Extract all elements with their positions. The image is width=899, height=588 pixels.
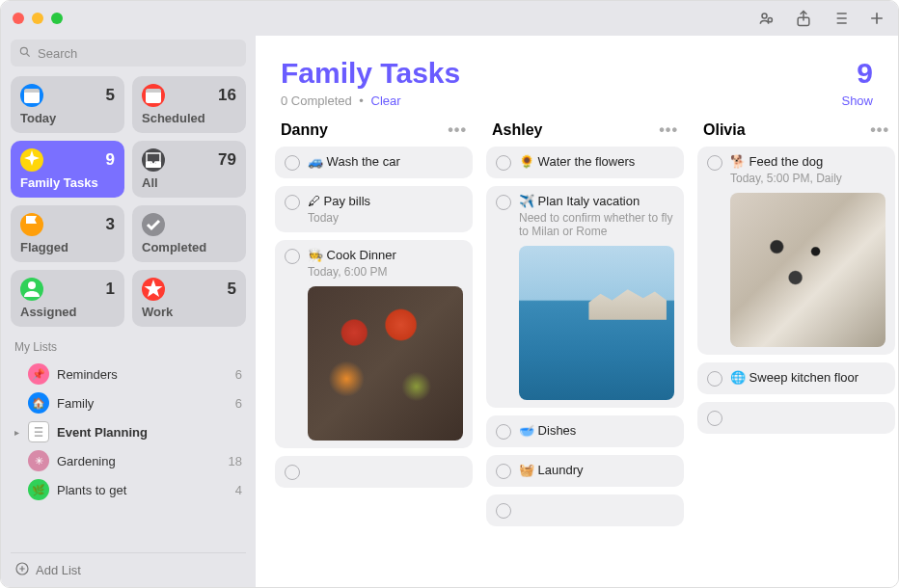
smart-list-completed[interactable]: Completed	[132, 205, 246, 262]
titlebar	[1, 1, 898, 36]
view-list-icon[interactable]	[831, 9, 850, 28]
reminder-card[interactable]: 🐕 Feed the dog Today, 5:00 PM, Daily	[697, 147, 895, 355]
search-placeholder: Search	[38, 46, 77, 61]
complete-checkbox[interactable]	[496, 464, 511, 479]
sidebar: Search 5 Today 16 Scheduled 9 Family Tas…	[1, 36, 256, 587]
clear-completed-link[interactable]: Clear	[371, 94, 401, 108]
reminder-title: 🚙 Wash the car	[308, 154, 463, 171]
complete-checkbox[interactable]	[496, 155, 511, 171]
reminder-card[interactable]: 🚙 Wash the car	[275, 147, 473, 178]
chevron-right-icon: ▸	[14, 427, 26, 438]
smart-count: 1	[106, 280, 115, 299]
reminder-card[interactable]: 🖊 Pay bills Today	[275, 186, 473, 232]
list-item[interactable]: 📌Reminders6	[11, 360, 246, 388]
smart-list-flagged[interactable]: 3 Flagged	[11, 205, 124, 262]
complete-checkbox[interactable]	[707, 411, 722, 426]
smart-list-work[interactable]: 5 Work	[132, 270, 246, 327]
smart-count: 79	[218, 150, 236, 170]
reminder-subtitle: Need to confirm whether to fly to Milan …	[519, 211, 674, 238]
reminder-title: 🧑‍🍳 Cook Dinner	[308, 248, 463, 264]
reminder-title	[519, 502, 674, 518]
add-list-button[interactable]: Add List	[11, 552, 246, 587]
search-icon	[18, 45, 32, 62]
list-icon: 📌	[28, 363, 49, 385]
content-area: Family Tasks 9 0 Completed • Clear Show …	[256, 36, 898, 587]
smart-label: Work	[142, 305, 236, 319]
smart-count: 5	[106, 86, 115, 105]
reminder-subtitle: Today, 5:00 PM, Daily	[730, 172, 885, 185]
column-name: Olivia	[703, 121, 746, 139]
reminder-card[interactable]: 🌐 Sweep kitchen floor	[697, 362, 895, 394]
star-icon	[142, 278, 165, 301]
window-controls	[13, 13, 63, 24]
complete-checkbox[interactable]	[285, 465, 300, 480]
reminder-title: 🥣 Dishes	[519, 423, 674, 440]
add-reminder-icon[interactable]	[867, 9, 886, 28]
complete-checkbox[interactable]	[285, 195, 300, 210]
smart-label: Scheduled	[142, 111, 236, 125]
column-menu-icon[interactable]: •••	[870, 121, 889, 139]
search-input[interactable]: Search	[11, 40, 246, 67]
svg-rect-7	[146, 89, 161, 93]
completed-text: 0 Completed	[281, 94, 352, 108]
complete-checkbox[interactable]	[707, 371, 722, 387]
list-item[interactable]: 🏠Family6	[11, 388, 246, 417]
empty-reminder[interactable]	[697, 402, 895, 434]
svg-point-3	[20, 47, 27, 54]
reminder-title	[730, 410, 885, 425]
attachment-image[interactable]	[519, 246, 674, 400]
column-menu-icon[interactable]: •••	[448, 121, 467, 139]
smart-count: 16	[218, 86, 236, 105]
complete-checkbox[interactable]	[285, 249, 300, 264]
person-icon	[20, 278, 43, 301]
minimize-window-button[interactable]	[32, 13, 43, 24]
page-header: Family Tasks 9	[256, 36, 898, 94]
reminder-subtitle: Today	[308, 211, 463, 225]
complete-checkbox[interactable]	[496, 503, 511, 519]
collaborate-icon[interactable]	[757, 9, 776, 28]
complete-checkbox[interactable]	[707, 155, 722, 171]
sparkle-icon	[20, 148, 43, 172]
smart-list-assigned[interactable]: 1 Assigned	[11, 270, 124, 327]
column-menu-icon[interactable]: •••	[659, 121, 678, 139]
smart-label: Flagged	[20, 240, 115, 254]
attachment-image[interactable]	[730, 193, 885, 347]
smart-list-family[interactable]: 9 Family Tasks	[11, 141, 124, 198]
list-item[interactable]: 🌿Plants to get4	[11, 475, 246, 504]
smart-list-scheduled[interactable]: 16 Scheduled	[132, 76, 246, 133]
smart-lists-grid: 5 Today 16 Scheduled 9 Family Tasks 79 A…	[11, 76, 246, 327]
list-name: Gardening	[57, 454, 229, 468]
share-icon[interactable]	[794, 9, 813, 28]
lists: 📌Reminders6🏠Family6▸Event Planning✳Garde…	[11, 360, 246, 504]
reminder-card[interactable]: 🧑‍🍳 Cook Dinner Today, 6:00 PM	[275, 240, 473, 448]
show-completed-link[interactable]: Show	[841, 94, 873, 108]
smart-list-today[interactable]: 5 Today	[11, 76, 124, 133]
list-name: Family	[57, 396, 235, 411]
reminder-card[interactable]: ✈️ Plan Italy vacation Need to confirm w…	[486, 186, 684, 408]
reminder-card[interactable]: 🌻 Water the flowers	[486, 147, 684, 178]
list-item[interactable]: ▸Event Planning	[11, 417, 246, 446]
empty-reminder[interactable]	[486, 494, 684, 526]
attachment-image[interactable]	[308, 286, 463, 441]
svg-point-0	[762, 13, 767, 18]
complete-checkbox[interactable]	[285, 155, 300, 171]
column: Ashley ••• 🌻 Water the flowers ✈️ Plan I…	[486, 121, 684, 572]
reminder-card[interactable]: 🧺 Laundry	[486, 455, 684, 487]
plus-circle-icon	[14, 561, 30, 579]
reminder-card[interactable]: 🥣 Dishes	[486, 415, 684, 447]
calendar-icon	[142, 84, 165, 107]
maximize-window-button[interactable]	[51, 13, 63, 24]
list-name: Plants to get	[57, 483, 235, 497]
my-lists-header: My Lists	[14, 340, 242, 354]
smart-list-all[interactable]: 79 All	[132, 141, 246, 198]
reminder-subtitle: Today, 6:00 PM	[308, 265, 463, 279]
empty-reminder[interactable]	[275, 456, 473, 488]
complete-checkbox[interactable]	[496, 424, 511, 440]
toolbar	[757, 9, 886, 28]
list-item[interactable]: ✳Gardening18	[11, 446, 246, 475]
smart-label: Completed	[142, 240, 236, 254]
complete-checkbox[interactable]	[496, 195, 511, 210]
close-window-button[interactable]	[13, 13, 24, 24]
columns: Danny ••• 🚙 Wash the car 🖊 Pay bills Tod…	[256, 121, 898, 587]
reminder-title: ✈️ Plan Italy vacation	[519, 194, 674, 210]
